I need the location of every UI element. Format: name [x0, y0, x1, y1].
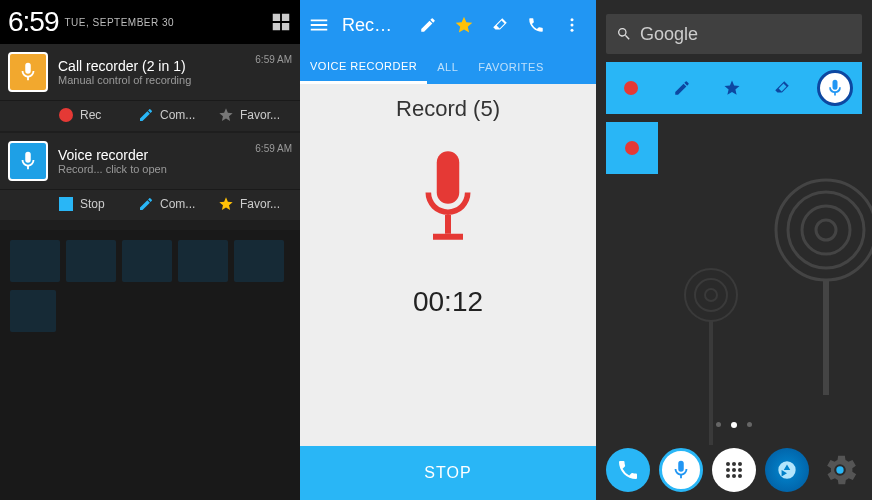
- action-favorite[interactable]: Favor...: [218, 107, 298, 123]
- star-icon: [218, 106, 234, 124]
- notification-title: Call recorder (2 in 1): [58, 58, 255, 74]
- pager-dot: [716, 422, 721, 427]
- action-stop[interactable]: Stop: [58, 196, 138, 212]
- hamburger-icon[interactable]: [308, 14, 330, 36]
- notification-voice-recorder[interactable]: Voice recorder Record... click to open 6…: [0, 133, 300, 220]
- action-record[interactable]: Rec: [58, 107, 138, 123]
- notification-subtitle: Record... click to open: [58, 163, 255, 175]
- svg-point-10: [705, 289, 717, 301]
- record-dot-icon: [59, 108, 73, 122]
- app-toolbar: Recor...: [300, 0, 596, 50]
- tab-favorites[interactable]: FAVORITES: [468, 50, 553, 84]
- svg-point-21: [836, 466, 843, 473]
- tab-all[interactable]: ALL: [427, 50, 468, 84]
- receiver-icon[interactable]: [526, 15, 546, 35]
- svg-rect-5: [433, 234, 463, 240]
- recorder-widget-row: [606, 62, 862, 114]
- widget-eraser-button[interactable]: [757, 62, 807, 114]
- notification-timestamp: 6:59 AM: [255, 54, 292, 65]
- notification-shade-panel: 6:59 TUE, SEPTEMBER 30 Call recorder (2 …: [0, 0, 300, 500]
- action-label: Com...: [160, 108, 195, 122]
- action-label: Favor...: [240, 108, 280, 122]
- clock-time: 6:59: [8, 6, 59, 38]
- star-icon: [218, 195, 234, 213]
- pencil-icon: [673, 79, 691, 97]
- clock-date: TUE, SEPTEMBER 30: [65, 17, 271, 28]
- dock-bar: [596, 448, 872, 492]
- dock-recorder-icon[interactable]: [659, 448, 703, 492]
- recorder-single-widget[interactable]: [606, 122, 658, 174]
- pencil-icon: [138, 196, 154, 212]
- svg-point-1: [571, 24, 574, 27]
- svg-point-6: [776, 180, 872, 280]
- star-icon: [723, 79, 741, 97]
- pencil-icon: [138, 107, 154, 123]
- record-dot-icon: [625, 141, 639, 155]
- recording-timer: 00:12: [413, 286, 483, 318]
- action-comment[interactable]: Com...: [138, 196, 218, 212]
- svg-point-16: [732, 468, 736, 472]
- svg-point-17: [738, 468, 742, 472]
- mic-icon: [17, 150, 39, 172]
- dock-apps-icon[interactable]: [712, 448, 756, 492]
- wallpaper-lollipop-small-icon: [681, 265, 751, 445]
- widget-mic-button[interactable]: [808, 62, 862, 114]
- edit-icon[interactable]: [418, 15, 438, 35]
- action-label: Rec: [80, 108, 101, 122]
- widget-record-button[interactable]: [606, 62, 656, 114]
- wallpaper-lollipop-icon: [771, 175, 872, 395]
- action-label: Stop: [80, 197, 105, 211]
- favorite-icon[interactable]: [454, 15, 474, 35]
- overflow-icon[interactable]: [562, 15, 582, 35]
- svg-point-8: [685, 269, 737, 321]
- svg-point-14: [738, 462, 742, 466]
- eraser-icon: [773, 79, 791, 97]
- action-favorite[interactable]: Favor...: [218, 196, 298, 212]
- mic-circle-icon: [817, 70, 853, 106]
- pager-dot-active: [731, 422, 737, 428]
- stop-square-icon: [59, 197, 73, 211]
- svg-rect-4: [445, 215, 451, 234]
- action-label: Favor...: [240, 197, 280, 211]
- widget-star-button[interactable]: [707, 62, 757, 114]
- svg-point-19: [732, 474, 736, 478]
- tab-bar: VOICE RECORDER ALL FAVORITES: [300, 50, 596, 84]
- record-mic-icon[interactable]: [403, 140, 493, 260]
- svg-point-20: [738, 474, 742, 478]
- svg-point-9: [695, 279, 727, 311]
- recorder-app-panel: Recor... VOICE RECORDER ALL FAVORITES Re…: [300, 0, 596, 500]
- notification-subtitle: Manual control of recording: [58, 74, 255, 86]
- svg-point-13: [732, 462, 736, 466]
- app-icon-call-recorder: [8, 52, 48, 92]
- eraser-icon[interactable]: [490, 15, 510, 35]
- action-comment[interactable]: Com...: [138, 107, 218, 123]
- widget-edit-button[interactable]: [656, 62, 706, 114]
- quick-settings-icon[interactable]: [270, 11, 292, 33]
- search-label: Google: [640, 24, 698, 45]
- recorder-body: Record (5) 00:12: [300, 84, 596, 446]
- action-label: Com...: [160, 197, 195, 211]
- svg-point-15: [726, 468, 730, 472]
- dock-settings-icon[interactable]: [818, 448, 862, 492]
- svg-rect-3: [437, 151, 460, 204]
- page-indicator: [596, 422, 872, 428]
- svg-point-18: [726, 474, 730, 478]
- svg-rect-7: [823, 280, 829, 395]
- pager-dot: [747, 422, 752, 427]
- dock-phone-icon[interactable]: [606, 448, 650, 492]
- mic-icon: [17, 61, 39, 83]
- app-title: Recor...: [342, 15, 402, 36]
- app-icon-voice-recorder: [8, 141, 48, 181]
- dock-camera-icon[interactable]: [765, 448, 809, 492]
- svg-point-0: [571, 18, 574, 21]
- tab-voice-recorder[interactable]: VOICE RECORDER: [300, 50, 427, 84]
- stop-button[interactable]: STOP: [300, 446, 596, 500]
- google-search-bar[interactable]: Google: [606, 14, 862, 54]
- svg-point-2: [571, 29, 574, 32]
- notification-call-recorder[interactable]: Call recorder (2 in 1) Manual control of…: [0, 44, 300, 131]
- record-dot-icon: [624, 81, 638, 95]
- notification-timestamp: 6:59 AM: [255, 143, 292, 154]
- svg-point-12: [726, 462, 730, 466]
- home-screen-panel: Google: [596, 0, 872, 500]
- search-icon: [616, 26, 632, 42]
